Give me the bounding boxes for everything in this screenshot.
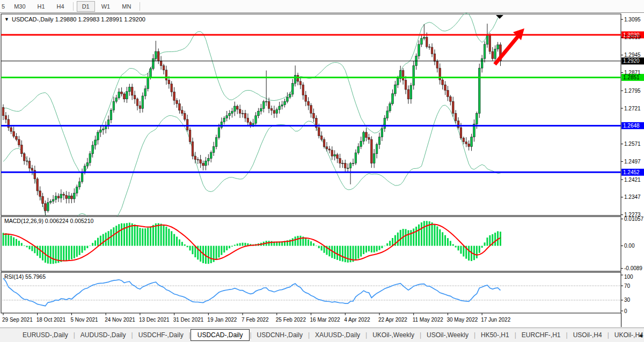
rsi-axis-label: 0	[624, 308, 627, 314]
rsi-axis-label: 100	[624, 274, 633, 280]
timeframe-button-D1[interactable]: D1	[77, 1, 95, 12]
price-tick-label: 1.2347	[624, 194, 641, 200]
price-tick-label: 1.2871	[624, 70, 641, 76]
date-axis-label: 7 Feb 2022	[241, 317, 269, 323]
svg-text:1.2452: 1.2452	[623, 169, 640, 175]
symbol-tab-usdcnh-daily[interactable]: USDCNH-,Daily	[252, 330, 308, 340]
date-axis-label: 5 Nov 2021	[70, 317, 98, 323]
chart-title-collapse-icon: ▼	[4, 17, 9, 22]
chart-tabs-bar: EURUSD-,Daily|AUDUSD-,Daily|USDCHF-,Dail…	[0, 328, 644, 342]
timeframe-button-H1[interactable]: H1	[32, 1, 50, 12]
price-tick-label: 1.2571	[624, 141, 641, 147]
date-axis-label: 22 Apr 2022	[378, 317, 407, 323]
symbol-tab-audusd-daily[interactable]: AUDUSD-,Daily	[75, 330, 131, 340]
rsi-panel	[1, 272, 621, 313]
symbol-tab-ukoil-weekly[interactable]: UKOil-,Weekly	[367, 330, 420, 340]
timeframe-button-H4[interactable]: H4	[52, 1, 70, 12]
date-axis-label: 30 May 2022	[447, 317, 478, 323]
symbol-tab-usdchf-daily[interactable]: USDCHF-,Daily	[133, 330, 189, 340]
rsi-axis-label: 30	[624, 297, 631, 303]
macd-axis-label: 0.01057	[624, 216, 644, 222]
date-axis-label: 31 Dec 2021	[173, 317, 204, 323]
rsi-axis-label: 70	[624, 283, 631, 289]
timeframe-button-5[interactable]: 5	[1, 1, 8, 12]
timeframe-toolbar: 5M30H1H4D1W1MN	[0, 0, 644, 13]
date-axis-label: 16 Mar 2022	[310, 317, 341, 323]
date-axis-label: 29 Sep 2021	[2, 317, 33, 323]
price-tick-label: 1.3019	[624, 34, 641, 40]
toolbar-separator	[140, 2, 140, 11]
symbol-tab-usoil-weekly[interactable]: USOil-,Weekly	[421, 330, 474, 340]
symbol-tab-eurusd-daily[interactable]: EURUSD-,Daily	[17, 330, 74, 340]
tabs-scroll-left-icon[interactable]: ◀	[639, 333, 642, 338]
symbol-tab-usdcad-daily[interactable]: USDCAD-,Daily	[191, 329, 250, 341]
date-axis-label: 25 Feb 2022	[276, 317, 306, 323]
timeframe-button-MN[interactable]: MN	[116, 1, 136, 12]
macd-axis-label: 0.00	[624, 243, 635, 249]
chart-canvas: 1.30301.29201.28511.26481.24521.30951.30…	[0, 13, 644, 327]
chart-area: 1.30301.29201.28511.26481.24521.30951.30…	[0, 13, 644, 327]
svg-text:1.2648: 1.2648	[623, 123, 640, 129]
date-axis-label: 19 Jan 2022	[207, 317, 237, 323]
date-axis-label: 18 Oct 2021	[36, 317, 66, 323]
rsi-label: RSI(14) 55.7965	[4, 273, 46, 280]
price-tick-label: 1.2497	[624, 159, 641, 165]
price-tick-label: 1.3095	[624, 17, 641, 23]
date-axis-label: 4 Apr 2022	[344, 317, 370, 323]
price-tick-label: 1.2721	[624, 106, 641, 111]
price-tick-label: 1.2945	[624, 52, 641, 58]
symbol-tab-eurchf-h1[interactable]: EURCHF-,H1	[516, 330, 566, 340]
toolbar-separator	[73, 2, 74, 11]
price-tick-label: 1.2795	[624, 88, 641, 94]
symbol-tab-usoil-h4[interactable]: USOil-,H4	[568, 330, 608, 340]
date-axis-label: 17 Jun 2022	[481, 317, 510, 323]
macd-label: MACD(12,26,9) 0.006224 0.005210	[4, 218, 94, 224]
macd-axis-label: -0.0089	[624, 265, 642, 271]
date-axis-label: 13 Dec 2021	[139, 317, 170, 323]
timeframe-button-W1[interactable]: W1	[96, 1, 116, 12]
svg-text:1.2920: 1.2920	[623, 58, 640, 64]
symbol-tab-xauusd-daily[interactable]: XAUUSD-,Daily	[310, 330, 365, 340]
date-axis-label: 11 May 2022	[413, 317, 444, 323]
trading-terminal-window: 5M30H1H4D1W1MN 1.30301.29201.28511.26481…	[0, 0, 644, 342]
symbol-tab-hk50-h1[interactable]: HK50-,H1	[475, 330, 515, 340]
chart-title: USDCAD-,Daily 1.29880 1.29983 1.28991 1.…	[12, 16, 145, 23]
date-axis-label: 24 Nov 2021	[105, 317, 135, 323]
timeframe-button-M30[interactable]: M30	[9, 1, 31, 12]
price-tick-label: 1.2421	[624, 177, 641, 183]
